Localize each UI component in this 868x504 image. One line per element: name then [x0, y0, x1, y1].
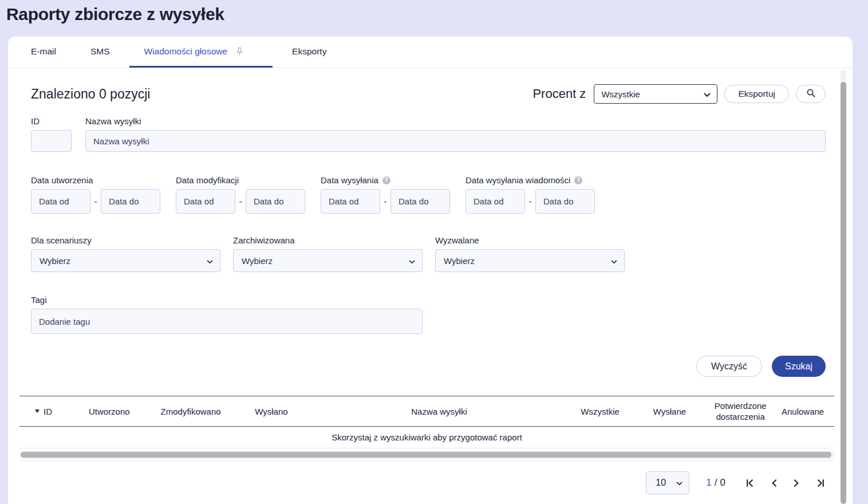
- sort-desc-icon: [35, 410, 40, 413]
- main-card: E-mail SMS Wiadomości głosowe Eksporty Z…: [7, 36, 853, 504]
- chevron-down-icon: [611, 256, 617, 266]
- percent-select-value: Wszystkie: [601, 89, 640, 99]
- range-separator: -: [235, 196, 246, 206]
- archived-label: Zarchiwizowana: [233, 235, 423, 245]
- page-separator: /: [715, 477, 717, 488]
- vertical-scrollbar[interactable]: [841, 69, 846, 504]
- table-header-row: ID Utworzono Zmodyfikowano Wysłano Nazwa…: [19, 396, 834, 427]
- chevron-down-icon: [704, 89, 711, 99]
- date-created-from-input[interactable]: [31, 189, 90, 214]
- date-sent-from-input[interactable]: [321, 189, 380, 214]
- date-group-message-sent: Data wysyłania wiadomości ? -: [465, 175, 595, 214]
- date-group-sent: Data wysyłania ? -: [321, 175, 450, 214]
- column-header-id[interactable]: ID: [19, 407, 72, 416]
- id-field-group: ID: [31, 116, 72, 152]
- date-created-label: Data utworzenia: [31, 175, 93, 185]
- triggered-select[interactable]: Wybierz: [435, 249, 625, 272]
- table-bottom-divider: [19, 460, 834, 461]
- date-modified-label: Data modyfikacji: [176, 175, 239, 185]
- triggered-select-value: Wybierz: [444, 256, 475, 266]
- scenarios-select-group: Dla scenariuszy Wybierz: [31, 235, 220, 272]
- chevron-down-icon: [207, 256, 213, 266]
- pin-icon[interactable]: [235, 47, 244, 56]
- tab-sms-label: SMS: [90, 46, 110, 57]
- chevron-down-icon: [409, 256, 415, 266]
- column-header-all[interactable]: Wszystkie: [571, 407, 630, 416]
- page-title: Raporty zbiorcze z wysyłek: [6, 5, 224, 24]
- search-button[interactable]: Szukaj: [772, 356, 826, 377]
- tab-bar: E-mail SMS Wiadomości głosowe Eksporty: [8, 37, 853, 68]
- next-page-button[interactable]: [793, 478, 800, 488]
- date-message-sent-to-input[interactable]: [535, 189, 595, 214]
- column-header-confirmed-deliveries[interactable]: Potwierdzone dostarczenia: [709, 400, 771, 423]
- tags-field-group: Tagi: [31, 295, 826, 334]
- tab-email-label: E-mail: [31, 46, 56, 57]
- tab-exports-label: Eksporty: [292, 46, 326, 57]
- tags-label: Tagi: [31, 295, 826, 305]
- page-indicator: 1/0: [706, 477, 725, 489]
- total-pages: 0: [720, 477, 725, 488]
- scenarios-label: Dla scenariuszy: [31, 235, 220, 245]
- help-icon[interactable]: ?: [382, 176, 390, 184]
- tab-email[interactable]: E-mail: [16, 37, 71, 68]
- first-page-button[interactable]: [745, 478, 755, 488]
- content-area: Znaleziono 0 pozycji Procent z Wszystkie…: [8, 84, 853, 494]
- vertical-scrollbar-thumb[interactable]: [841, 82, 846, 504]
- chevron-down-icon: [676, 478, 682, 488]
- search-toggle-button[interactable]: [796, 85, 826, 103]
- date-created-to-input[interactable]: [101, 189, 160, 214]
- date-modified-to-input[interactable]: [246, 189, 305, 214]
- archived-select-group: Zarchiwizowana Wybierz: [233, 235, 423, 272]
- column-header-sent[interactable]: Wysłane: [630, 407, 710, 416]
- column-header-sent-date[interactable]: Wysłano: [235, 407, 308, 416]
- empty-state-message: Skorzystaj z wyszukiwarki aby przygotowa…: [19, 427, 834, 448]
- date-message-sent-label: Data wysyłania wiadomości: [465, 175, 570, 185]
- column-header-created[interactable]: Utworzono: [72, 407, 147, 416]
- tab-sms[interactable]: SMS: [76, 37, 125, 68]
- date-group-created: Data utworzenia -: [31, 175, 160, 214]
- search-icon: [806, 88, 816, 100]
- percent-label: Procent z: [532, 86, 586, 101]
- tab-exports[interactable]: Eksporty: [277, 37, 341, 68]
- tab-voice-messages[interactable]: Wiadomości głosowe: [129, 37, 273, 68]
- results-table: ID Utworzono Zmodyfikowano Wysłano Nazwa…: [19, 396, 834, 461]
- horizontal-scrollbar[interactable]: [19, 451, 834, 459]
- archived-select-value: Wybierz: [242, 256, 273, 266]
- scenarios-select-value: Wybierz: [40, 256, 70, 266]
- date-message-sent-from-input[interactable]: [465, 189, 525, 214]
- percent-group: Procent z Wszystkie Eksportuj: [532, 84, 826, 104]
- export-button[interactable]: Eksportuj: [724, 85, 789, 103]
- column-header-name[interactable]: Nazwa wysyłki: [307, 407, 570, 416]
- clear-button[interactable]: Wyczyść: [696, 356, 762, 377]
- date-sent-to-input[interactable]: [390, 189, 450, 214]
- page-size-select[interactable]: 10: [646, 471, 689, 494]
- date-group-modified: Data modyfikacji -: [176, 175, 305, 214]
- date-sent-label: Data wysyłania: [321, 175, 378, 185]
- id-input[interactable]: [31, 130, 72, 152]
- current-page: 1: [706, 477, 711, 488]
- percent-select[interactable]: Wszystkie: [594, 84, 717, 104]
- triggered-select-group: Wyzwalane Wybierz: [435, 235, 625, 272]
- pagination: 10 1/0: [31, 471, 826, 494]
- column-header-cancelled[interactable]: Anulowane: [771, 407, 834, 416]
- horizontal-scrollbar-thumb[interactable]: [21, 452, 831, 458]
- name-label: Nazwa wysyłki: [85, 116, 826, 126]
- date-modified-from-input[interactable]: [176, 189, 235, 214]
- name-field-group: Nazwa wysyłki: [85, 116, 826, 152]
- tags-input[interactable]: [31, 309, 423, 334]
- archived-select[interactable]: Wybierz: [233, 249, 423, 272]
- results-count: Znaleziono 0 pozycji: [31, 86, 150, 102]
- help-icon[interactable]: ?: [574, 176, 582, 184]
- column-header-modified[interactable]: Zmodyfikowano: [147, 407, 235, 416]
- tab-voice-messages-label: Wiadomości głosowe: [144, 46, 228, 57]
- range-separator: -: [90, 196, 101, 206]
- id-label: ID: [31, 116, 72, 126]
- triggered-label: Wyzwalane: [435, 235, 625, 245]
- previous-page-button[interactable]: [770, 478, 778, 488]
- last-page-button[interactable]: [816, 478, 826, 488]
- name-input[interactable]: [85, 130, 826, 152]
- scenarios-select[interactable]: Wybierz: [31, 249, 220, 272]
- page-size-value: 10: [656, 478, 666, 488]
- range-separator: -: [380, 196, 390, 206]
- range-separator: -: [525, 196, 535, 206]
